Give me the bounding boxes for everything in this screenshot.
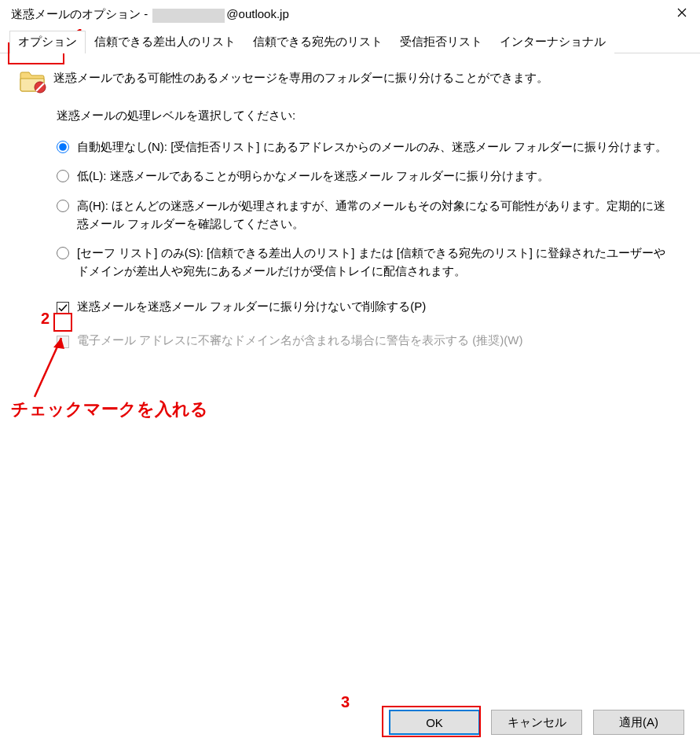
junk-folder-icon <box>19 69 44 91</box>
radio-safe-lists-only-input[interactable] <box>57 247 69 259</box>
title-prefix: 迷惑メールのオプション - <box>11 7 151 20</box>
intro-text: 迷惑メールである可能性のあるメッセージを専用のフォルダーに振り分けることができま… <box>53 68 548 86</box>
title-suffix: @outlook.jp <box>226 7 288 20</box>
protection-level-group: 自動処理なし(N): [受信拒否リスト] にあるアドレスからのメールのみ、迷惑メ… <box>57 138 684 281</box>
radio-low[interactable]: 低(L): 迷惑メールであることが明らかなメールを迷惑メール フォルダーに振り分… <box>57 167 684 185</box>
check-delete-junk-box[interactable] <box>57 302 69 314</box>
window-title: 迷惑メールのオプション - @outlook.jp <box>11 7 289 22</box>
radio-no-auto[interactable]: 自動処理なし(N): [受信拒否リスト] にあるアドレスからのメールのみ、迷惑メ… <box>57 138 684 156</box>
tab-international[interactable]: インターナショナル <box>491 31 614 53</box>
level-label: 迷惑メールの処理レベルを選択してください: <box>57 108 684 123</box>
dialog-button-row: OK キャンセル 適用(A) <box>389 710 684 735</box>
check-warn-domain-box <box>57 336 69 348</box>
radio-high-label: 高(H): ほとんどの迷惑メールが処理されますが、通常のメールもその対象になる可… <box>77 196 674 233</box>
radio-low-label: 低(L): 迷惑メールであることが明らかなメールを迷惑メール フォルダーに振り分… <box>77 167 549 185</box>
radio-high-input[interactable] <box>57 200 69 212</box>
radio-no-auto-label: 自動処理なし(N): [受信拒否リスト] にあるアドレスからのメールのみ、迷惑メ… <box>77 138 667 156</box>
annotation-number-3: 3 <box>341 693 350 711</box>
radio-high[interactable]: 高(H): ほとんどの迷惑メールが処理されますが、通常のメールもその対象になる可… <box>57 196 684 233</box>
check-icon <box>58 303 68 313</box>
radio-safe-lists-only[interactable]: [セーフ リスト] のみ(S): [信頼できる差出人のリスト] または [信頼で… <box>57 244 684 281</box>
check-delete-junk[interactable]: 迷惑メールを迷惑メール フォルダーに振り分けないで削除する(P) <box>57 299 684 314</box>
check-delete-junk-label: 迷惑メールを迷惑メール フォルダーに振り分けないで削除する(P) <box>77 299 426 314</box>
tab-strip: オプション 信頼できる差出人のリスト 信頼できる宛先のリスト 受信拒否リスト イ… <box>0 30 700 53</box>
redacted-account <box>152 9 225 23</box>
intro-row: 迷惑メールである可能性のあるメッセージを専用のフォルダーに振り分けることができま… <box>19 68 684 91</box>
check-warn-domain-label: 電子メール アドレスに不審なドメイン名が含まれる場合に警告を表示する (推奨)(… <box>77 333 522 348</box>
titlebar: 迷惑メールのオプション - @outlook.jp <box>0 0 700 30</box>
annotation-note: チェックマークを入れる <box>11 398 208 421</box>
check-warn-domain: 電子メール アドレスに不審なドメイン名が含まれる場合に警告を表示する (推奨)(… <box>57 333 684 348</box>
close-icon <box>677 8 687 17</box>
apply-button[interactable]: 適用(A) <box>593 710 684 735</box>
radio-low-input[interactable] <box>57 170 69 182</box>
ok-button[interactable]: OK <box>389 710 480 735</box>
tab-options[interactable]: オプション <box>9 31 86 53</box>
tab-blocked-senders[interactable]: 受信拒否リスト <box>391 31 491 53</box>
tab-safe-senders[interactable]: 信頼できる差出人のリスト <box>86 31 244 53</box>
cancel-button[interactable]: キャンセル <box>491 710 582 735</box>
close-button[interactable] <box>664 0 700 25</box>
radio-no-auto-input[interactable] <box>57 141 69 153</box>
tab-content: 迷惑メールである可能性のあるメッセージを専用のフォルダーに振り分けることができま… <box>0 53 700 375</box>
radio-safe-lists-only-label: [セーフ リスト] のみ(S): [信頼できる差出人のリスト] または [信頼で… <box>77 244 674 281</box>
tab-safe-recipients[interactable]: 信頼できる宛先のリスト <box>244 31 391 53</box>
